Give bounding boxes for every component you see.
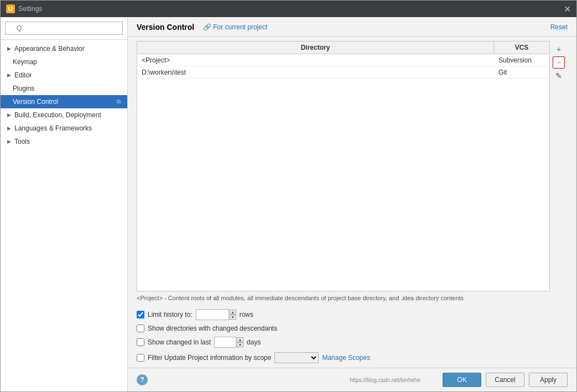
nav-items: ▶ Appearance & Behavior Keymap ▶ Editor … (1, 40, 127, 391)
show-descendants-label: Show directories with changed descendant… (148, 325, 277, 332)
note-text: <Project> - Content roots of all modules… (128, 291, 576, 305)
search-wrapper: 🔍 (5, 22, 123, 35)
cell-directory: D:\workers\test (137, 67, 494, 78)
limit-history-row: Limit history to: 1,000 ▲ ▼ rows (137, 309, 568, 320)
limit-history-spinner: 1,000 ▲ ▼ (196, 309, 236, 320)
add-mapping-button[interactable]: + (553, 43, 565, 55)
cell-vcs: Subversion (494, 55, 549, 66)
sidebar-item-appearance[interactable]: ▶ Appearance & Behavior (1, 42, 127, 55)
sidebar: 🔍 ▶ Appearance & Behavior Keymap ▶ Edito… (1, 17, 128, 391)
right-panel: Version Control 🔗 For current project Re… (128, 17, 576, 391)
link-icon: 🔗 (203, 23, 211, 31)
sidebar-item-label: Tools (14, 138, 30, 145)
show-descendants-row: Show directories with changed descendant… (137, 325, 568, 332)
sidebar-item-languages[interactable]: ▶ Languages & Frameworks (1, 122, 127, 135)
filter-checkbox[interactable] (137, 354, 144, 362)
sidebar-item-build[interactable]: ▶ Build, Execution, Deployment (1, 108, 127, 122)
arrow-icon: ▶ (7, 72, 11, 78)
table-header: Directory VCS (137, 41, 549, 54)
scope-select[interactable] (274, 352, 319, 363)
arrow-icon: ▶ (7, 112, 11, 118)
title-bar: IJ Settings ✕ (1, 1, 576, 17)
limit-history-suffix: rows (240, 311, 253, 318)
column-header-directory: Directory (137, 41, 494, 54)
spinner-down[interactable]: ▼ (237, 342, 243, 347)
cell-vcs: Git (494, 67, 549, 78)
arrow-icon: ▶ (7, 126, 11, 131)
for-project-link[interactable]: 🔗 For current project (203, 23, 267, 31)
sidebar-item-label: Build, Execution, Deployment (14, 111, 101, 119)
filter-label: Filter Update Project information by sco… (148, 354, 271, 362)
spinner: ▲ ▼ (237, 337, 243, 347)
table-container: Directory VCS <Project> Subversion D:\wo… (137, 41, 550, 291)
main-content: 🔍 ▶ Appearance & Behavior Keymap ▶ Edito… (1, 17, 576, 391)
arrow-icon: ▶ (7, 46, 11, 51)
limit-history-input[interactable]: 1,000 (196, 309, 229, 320)
sidebar-item-editor[interactable]: ▶ Editor (1, 69, 127, 82)
cell-directory: <Project> (137, 55, 494, 66)
table-body: <Project> Subversion D:\workers\test Git (137, 54, 549, 291)
reset-button[interactable]: Reset (550, 23, 568, 31)
apply-button[interactable]: Apply (529, 373, 568, 387)
sidebar-item-label: Appearance & Behavior (14, 45, 85, 53)
show-changed-label: Show changed in last (148, 338, 211, 346)
show-changed-input[interactable]: 31 (214, 337, 236, 348)
copy-icon: ⧉ (117, 98, 121, 105)
sidebar-item-label: Keymap (13, 58, 37, 66)
sidebar-item-label: Languages & Frameworks (14, 124, 92, 132)
show-changed-suffix: days (247, 338, 261, 346)
help-button[interactable]: ? (137, 374, 148, 385)
edit-mapping-button[interactable]: ✎ (553, 70, 565, 82)
sidebar-item-keymap[interactable]: Keymap (1, 55, 127, 69)
title-bar-left: IJ Settings (6, 4, 42, 13)
arrow-icon: ▶ (7, 139, 11, 144)
limit-history-label: Limit history to: (148, 311, 193, 318)
column-header-vcs: VCS (494, 41, 549, 54)
cancel-button[interactable]: Cancel (486, 373, 524, 387)
sidebar-item-label: Plugins (13, 85, 34, 92)
limit-history-checkbox[interactable] (137, 311, 144, 318)
bottom-left: ? (137, 374, 148, 385)
sidebar-item-label: Version Control (13, 98, 58, 106)
bottom-center-right: https://blog.csdn.net/lenhehe OK Cancel … (350, 373, 568, 387)
right-header: Version Control 🔗 For current project Re… (128, 17, 576, 36)
spinner: ▲ ▼ (230, 310, 236, 320)
filter-row: Filter Update Project information by sco… (137, 352, 568, 363)
manage-scopes-link[interactable]: Manage Scopes (322, 354, 370, 362)
sidebar-item-plugins[interactable]: Plugins (1, 82, 127, 95)
bottom-right: OK Cancel Apply (443, 373, 568, 387)
show-changed-row: Show changed in last 31 ▲ ▼ days (137, 337, 568, 348)
ok-button[interactable]: OK (443, 373, 481, 387)
url-text: https://blog.csdn.net/lenhehe (350, 377, 420, 383)
search-input[interactable] (5, 22, 123, 35)
table-row[interactable]: <Project> Subversion (137, 54, 549, 66)
table-row[interactable]: D:\workers\test Git (137, 66, 549, 79)
spinner-up[interactable]: ▲ (237, 337, 243, 342)
right-header-left: Version Control 🔗 For current project (137, 23, 267, 32)
show-changed-spinner: 31 ▲ ▼ (214, 337, 243, 348)
show-descendants-checkbox[interactable] (137, 325, 144, 332)
app-icon: IJ (6, 4, 15, 13)
side-buttons: + − ✎ (550, 41, 568, 291)
settings-window: IJ Settings ✕ 🔍 ▶ Appearance & Behavior … (0, 0, 577, 392)
search-box: 🔍 (1, 17, 127, 40)
sidebar-item-version-control[interactable]: Version Control ⧉ (1, 95, 127, 108)
remove-mapping-button[interactable]: − (553, 56, 565, 69)
window-title: Settings (18, 5, 42, 13)
options-area: Limit history to: 1,000 ▲ ▼ rows Show di… (128, 305, 576, 368)
for-project-label: For current project (213, 23, 267, 31)
sidebar-item-label: Editor (14, 71, 32, 79)
bottom-bar: ? https://blog.csdn.net/lenhehe OK Cance… (128, 368, 576, 391)
panel-title: Version Control (137, 23, 194, 32)
spinner-up[interactable]: ▲ (230, 310, 236, 315)
show-changed-checkbox[interactable] (137, 338, 144, 346)
close-button[interactable]: ✕ (564, 4, 571, 14)
sidebar-item-tools[interactable]: ▶ Tools (1, 135, 127, 148)
spinner-down[interactable]: ▼ (230, 315, 236, 320)
